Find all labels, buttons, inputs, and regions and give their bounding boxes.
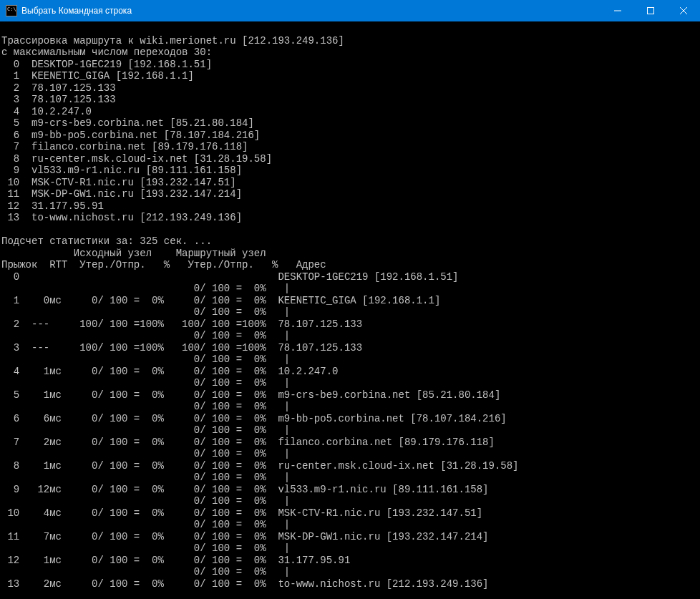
svg-rect-1 <box>648 8 654 14</box>
minimize-button[interactable] <box>601 0 634 21</box>
terminal-output[interactable]: Трассировка маршрута к wiki.merionet.ru … <box>0 21 700 599</box>
close-icon <box>680 7 687 14</box>
minimize-icon <box>614 7 621 14</box>
cmd-icon <box>6 5 17 16</box>
window-title: Выбрать Командная строка <box>21 6 601 16</box>
maximize-icon <box>647 7 654 14</box>
maximize-button[interactable] <box>634 0 667 21</box>
titlebar[interactable]: Выбрать Командная строка <box>0 0 700 21</box>
close-button[interactable] <box>667 0 700 21</box>
command-prompt-window: Выбрать Командная строка Трассировка мар… <box>0 0 700 599</box>
window-controls <box>601 0 700 21</box>
